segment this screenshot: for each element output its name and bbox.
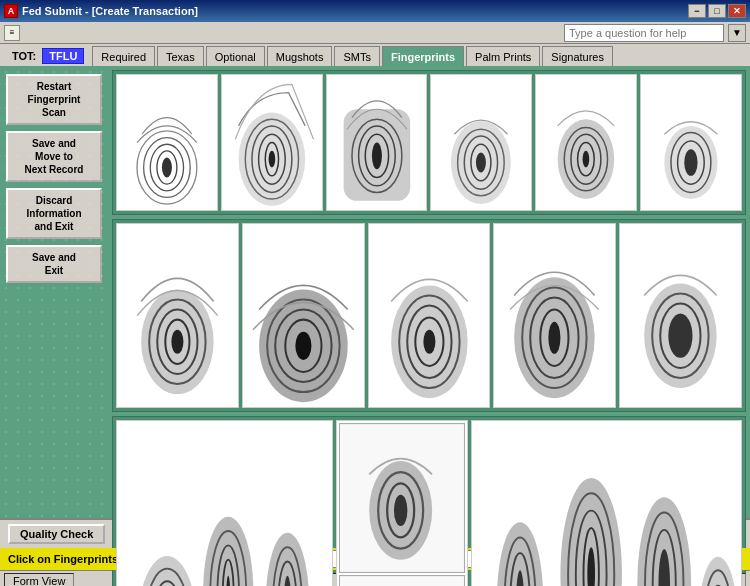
tab-mugshots[interactable]: Mugshots (267, 46, 333, 66)
rolled-fingerprints-left (117, 421, 332, 586)
svg-point-12 (268, 151, 275, 168)
fp-cell-1-6[interactable] (640, 74, 742, 211)
tot-section: TOT: TFLU (4, 48, 92, 64)
rescan-label: Click on Fingerprints: (8, 553, 122, 565)
fp-cell-1-5[interactable] (535, 74, 637, 211)
fingerprint-image (641, 75, 741, 210)
tab-required[interactable]: Required (92, 46, 155, 66)
menu-bar: ≡ ▼ (0, 22, 750, 44)
menu-icon[interactable]: ≡ (4, 25, 20, 41)
slap-print-left (340, 424, 464, 572)
svg-point-30 (583, 151, 590, 168)
fingerprint-image (243, 224, 364, 407)
fp-cell-2-1[interactable] (116, 223, 239, 408)
svg-point-64 (669, 314, 693, 358)
fingerprint-row-2 (112, 219, 746, 412)
menu-bar-left: ≡ (4, 25, 20, 41)
fp-cell-rolled-right[interactable] (471, 420, 742, 586)
fp-cell-1-4[interactable] (430, 74, 532, 211)
window-controls: − □ ✕ (688, 4, 746, 18)
fp-cell-2-3[interactable] (368, 223, 491, 408)
svg-point-59 (549, 322, 561, 354)
tab-optional[interactable]: Optional (206, 46, 265, 66)
fp-cell-1-1[interactable] (116, 74, 218, 211)
title-text: Fed Submit - [Create Transaction] (22, 5, 198, 17)
tab-signatures[interactable]: Signatures (542, 46, 613, 66)
rolled-fingerprints-right (472, 421, 741, 586)
svg-point-53 (423, 330, 435, 354)
fingerprint-row-1 (112, 70, 746, 215)
fp-slap-right[interactable] (339, 575, 465, 586)
discard-exit-button[interactable]: DiscardInformationand Exit (6, 188, 102, 239)
tab-smts[interactable]: SMTs (334, 46, 380, 66)
fp-cell-2-2[interactable] (242, 223, 365, 408)
fp-cell-1-3[interactable] (326, 74, 428, 211)
fingerprint-image (327, 75, 427, 210)
fingerprint-image (431, 75, 531, 210)
fingerprint-row-3 (112, 416, 746, 586)
fp-cell-1-2[interactable] (221, 74, 323, 211)
help-dropdown-btn[interactable]: ▼ (728, 24, 746, 42)
main-container: RestartFingerprintScan Save andMove toNe… (0, 66, 750, 518)
app-icon: A (4, 4, 18, 18)
fp-cell-2-5[interactable] (619, 223, 742, 408)
fingerprint-image (117, 224, 238, 407)
form-view-status: Form View (4, 573, 74, 587)
fp-slap-left[interactable] (339, 423, 465, 573)
fp-cell-2-4[interactable] (493, 223, 616, 408)
slap-print-right (340, 576, 464, 586)
fingerprint-image (117, 75, 217, 210)
help-input[interactable] (564, 24, 724, 42)
svg-point-24 (476, 153, 486, 173)
title-bar-left: A Fed Submit - [Create Transaction] (4, 4, 198, 18)
svg-point-35 (684, 149, 697, 176)
tab-texas[interactable]: Texas (157, 46, 204, 66)
fp-cell-slap-mid (336, 420, 468, 586)
svg-point-41 (171, 330, 183, 354)
svg-rect-0 (117, 76, 217, 209)
save-move-next-button[interactable]: Save andMove toNext Record (6, 131, 102, 182)
svg-rect-85 (340, 577, 464, 586)
sidebar: RestartFingerprintScan Save andMove toNe… (0, 66, 108, 518)
save-exit-button[interactable]: Save andExit (6, 245, 102, 283)
svg-point-47 (295, 332, 311, 360)
svg-point-5 (162, 158, 172, 178)
fingerprint-image (536, 75, 636, 210)
tab-palm-prints[interactable]: Palm Prints (466, 46, 540, 66)
fingerprint-image (369, 224, 490, 407)
svg-point-18 (372, 143, 382, 170)
tot-tabs-row: TOT: TFLU Required Texas Optional Mugsho… (0, 44, 750, 66)
maximize-button[interactable]: □ (708, 4, 726, 18)
svg-point-84 (394, 495, 407, 526)
fingerprint-content (108, 66, 750, 518)
tot-value: TFLU (42, 48, 84, 64)
restart-scan-button[interactable]: RestartFingerprintScan (6, 74, 102, 125)
minimize-button[interactable]: − (688, 4, 706, 18)
title-bar: A Fed Submit - [Create Transaction] − □ … (0, 0, 750, 22)
help-area: ▼ (564, 24, 746, 42)
fingerprint-image (620, 224, 741, 407)
close-button[interactable]: ✕ (728, 4, 746, 18)
fp-cell-rolled-left[interactable] (116, 420, 333, 586)
fingerprint-image (494, 224, 615, 407)
fingerprint-image (222, 75, 322, 210)
tot-label: TOT: (12, 50, 36, 62)
tabs-bar: Required Texas Optional Mugshots SMTs Fi… (92, 46, 615, 66)
quality-check-button[interactable]: Quality Check (8, 524, 105, 544)
tab-fingerprints[interactable]: Fingerprints (382, 46, 464, 66)
